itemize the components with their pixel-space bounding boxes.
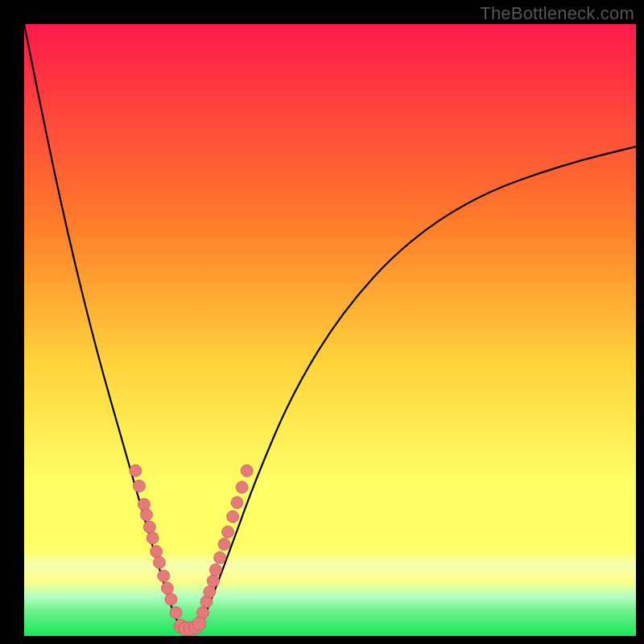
data-dot — [153, 556, 165, 568]
data-dot — [158, 570, 170, 582]
data-dot — [204, 586, 216, 598]
data-dot — [161, 582, 173, 594]
data-dot — [192, 617, 206, 630]
data-dot — [214, 551, 226, 564]
data-dot — [218, 539, 230, 551]
data-dot — [222, 526, 234, 538]
chart-svg — [24, 24, 636, 636]
watermark-text: TheBottleneck.com — [480, 3, 634, 24]
plot-area — [24, 24, 636, 636]
data-dot — [209, 564, 221, 576]
bottleneck-curve — [24, 24, 636, 633]
chart-frame: TheBottleneck.com — [0, 0, 644, 644]
data-dot — [231, 497, 243, 509]
data-dot — [130, 464, 142, 477]
data-dot — [165, 593, 177, 605]
data-dot — [241, 464, 253, 477]
data-dots — [130, 464, 253, 635]
data-dot — [227, 510, 239, 522]
data-dot — [236, 481, 248, 493]
data-dot — [141, 509, 153, 521]
data-dot — [138, 498, 150, 510]
data-dot — [147, 532, 159, 544]
data-dot — [151, 546, 163, 558]
data-dot — [143, 521, 155, 533]
data-dot — [133, 480, 145, 492]
data-dot — [170, 607, 182, 619]
data-dot — [207, 575, 219, 587]
